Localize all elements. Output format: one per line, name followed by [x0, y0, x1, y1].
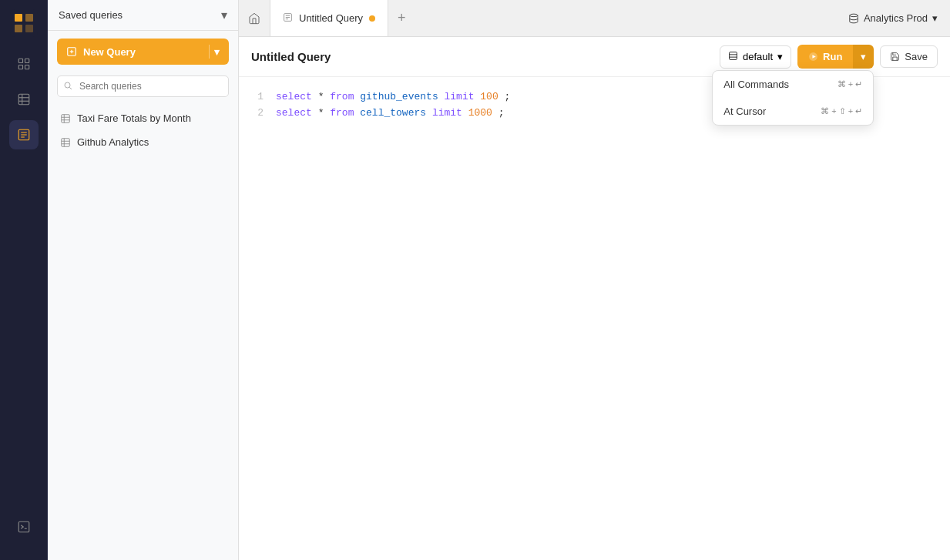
svg-point-36	[850, 14, 858, 17]
workspace-selector[interactable]: Analytics Prod ▾	[848, 12, 938, 24]
new-query-chevron: ▾	[214, 46, 220, 58]
app-logo	[10, 9, 38, 37]
svg-rect-7	[18, 65, 22, 69]
tab-label: Untitled Query	[299, 12, 363, 24]
new-query-icon	[66, 46, 77, 57]
run-all-commands-label: All Commands	[723, 79, 789, 90]
list-item-label: Taxi Fare Totals by Month	[77, 112, 191, 124]
run-at-cursor-shortcut: ⌘ + ⇧ + ↵	[821, 106, 862, 116]
line-number: 1	[251, 89, 264, 106]
list-item-icon	[60, 137, 71, 148]
home-icon	[248, 12, 260, 25]
svg-rect-24	[62, 114, 70, 122]
svg-point-22	[65, 82, 70, 88]
code-editor[interactable]: 1 select * from github_events limit 100 …	[239, 77, 950, 560]
schema-label: default	[743, 51, 773, 62]
query-list: Taxi Fare Totals by Month Github Analyti…	[48, 103, 238, 560]
schema-icon	[728, 51, 738, 63]
new-query-button[interactable]: New Query ▾	[57, 39, 229, 65]
top-bar: Untitled Query + Analytics Prod ▾	[239, 0, 950, 37]
tab-icon	[283, 12, 293, 25]
sidebar-icon-query[interactable]	[9, 120, 39, 149]
run-all-commands-item[interactable]: All Commands ⌘ + ↵	[713, 71, 873, 98]
run-dropdown-chevron: ▾	[861, 51, 866, 62]
run-icon	[808, 52, 818, 62]
svg-rect-1	[15, 14, 22, 22]
run-at-cursor-label: At Cursor	[723, 106, 766, 117]
run-all-commands-shortcut: ⌘ + ↵	[838, 79, 863, 89]
sidebar-icon-terminal[interactable]	[9, 512, 39, 542]
save-icon	[890, 52, 900, 62]
saved-queries-header[interactable]: Saved queries ▾	[48, 0, 238, 31]
run-button[interactable]: Run	[797, 45, 853, 69]
run-dropdown-popup: All Commands ⌘ + ↵ At Cursor ⌘ + ⇧ + ↵	[712, 70, 874, 126]
saved-queries-chevron: ▾	[221, 8, 227, 22]
search-box	[57, 75, 229, 97]
svg-rect-0	[10, 9, 38, 37]
list-item[interactable]: Github Analytics	[48, 130, 238, 154]
query-toolbar-right: default ▾ Run ▾	[720, 45, 938, 69]
saved-queries-title: Saved queries	[59, 9, 123, 21]
svg-rect-6	[25, 59, 29, 62]
run-button-group: Run ▾ All Commands ⌘ + ↵ At Cursor ⌘ + ⇧…	[797, 45, 874, 69]
top-bar-right: Analytics Prod ▾	[848, 12, 950, 24]
run-label: Run	[823, 51, 842, 62]
query-toolbar: Untitled Query default ▾	[239, 37, 950, 77]
sidebar-icon-grid[interactable]	[9, 49, 39, 79]
list-item-icon	[60, 113, 71, 124]
code-content: select * from cell_towers limit 1000 ;	[276, 106, 505, 122]
home-button[interactable]	[239, 0, 270, 36]
new-query-label: New Query	[83, 46, 136, 58]
main-area: Untitled Query + Analytics Prod ▾ Untitl…	[239, 0, 950, 560]
save-label: Save	[905, 51, 928, 62]
svg-rect-8	[25, 65, 29, 69]
line-number: 2	[251, 106, 264, 122]
svg-rect-3	[15, 25, 22, 32]
workspace-label: Analytics Prod	[864, 12, 928, 24]
save-button[interactable]: Save	[880, 45, 938, 68]
left-panel: Saved queries ▾ New Query ▾	[48, 0, 239, 560]
add-tab-button[interactable]: +	[388, 0, 415, 36]
run-dropdown-button[interactable]: ▾	[853, 45, 874, 69]
run-at-cursor-item[interactable]: At Cursor ⌘ + ⇧ + ↵	[713, 98, 873, 125]
sidebar-icon-table[interactable]	[9, 85, 39, 114]
workspace-chevron: ▾	[932, 12, 938, 24]
code-content: select * from github_events limit 100 ;	[276, 89, 510, 106]
svg-rect-9	[18, 94, 29, 105]
search-icon	[63, 79, 72, 93]
svg-line-23	[69, 87, 72, 89]
list-item[interactable]: Taxi Fare Totals by Month	[48, 106, 238, 130]
query-tab[interactable]: Untitled Query	[270, 0, 388, 36]
svg-rect-4	[25, 25, 33, 32]
svg-rect-2	[25, 14, 33, 22]
svg-rect-37	[730, 52, 737, 59]
schema-chevron: ▾	[777, 51, 783, 62]
database-icon	[848, 13, 859, 24]
sidebar	[0, 0, 48, 560]
schema-selector[interactable]: default ▾	[720, 45, 791, 69]
query-title: Untitled Query	[251, 50, 712, 63]
svg-rect-5	[18, 59, 22, 62]
tab-unsaved-dot	[369, 15, 375, 22]
search-input[interactable]	[57, 75, 229, 97]
svg-rect-28	[62, 138, 70, 146]
new-query-divider	[209, 45, 210, 59]
run-button-group-inner: Run ▾	[797, 45, 874, 69]
list-item-label: Github Analytics	[77, 136, 149, 148]
